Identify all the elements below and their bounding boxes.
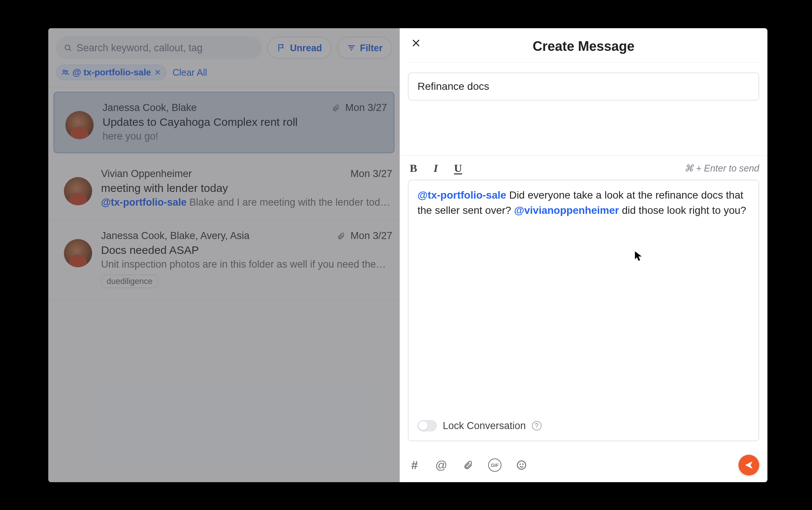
subject-field-wrap: Refinance docs	[400, 63, 767, 101]
flag-icon	[277, 43, 286, 53]
filter-chips-row: @ tx-portfolio-sale ✕ Clear All	[48, 65, 400, 87]
clear-all-button[interactable]: Clear All	[172, 67, 207, 78]
format-toolbar: B I U ⌘ + Enter to send	[400, 156, 767, 174]
message-date: Mon 3/27	[345, 102, 387, 114]
compose-footer: # @ GIF	[400, 449, 767, 482]
unread-label: Unread	[290, 43, 322, 53]
editor-wrap: @tx-portfolio-sale Did everyone take a l…	[400, 174, 767, 449]
compose-header: Create Message	[408, 28, 759, 63]
message-item[interactable]: Janessa Cook, Blake, Avery, Asia Mon 3/2…	[48, 220, 400, 300]
lock-label: Lock Conversation	[443, 419, 526, 433]
italic-button[interactable]: I	[430, 162, 441, 174]
message-senders: Vivian Oppenheimer	[101, 168, 192, 180]
message-date: Mon 3/27	[350, 230, 392, 242]
mention[interactable]: @vivianoppenheimer	[514, 205, 619, 216]
message-list[interactable]: Janessa Cook, Blake Mon 3/27 Updates to …	[48, 87, 400, 482]
send-shortcut-hint: ⌘ + Enter to send	[684, 163, 759, 174]
avatar	[64, 239, 92, 267]
close-icon	[411, 38, 421, 48]
send-button[interactable]	[738, 455, 759, 475]
chip-label: @ tx-portfolio-sale	[72, 67, 151, 78]
message-senders: Janessa Cook, Blake, Avery, Asia	[101, 230, 250, 242]
message-body: Vivian Oppenheimer Mon 3/27 meeting with…	[101, 168, 392, 208]
message-subject: Docs needed ASAP	[101, 244, 392, 256]
filter-chip[interactable]: @ tx-portfolio-sale ✕	[56, 65, 166, 80]
unread-button[interactable]: Unread	[267, 37, 332, 59]
svg-point-0	[65, 45, 70, 50]
message-editor[interactable]: @tx-portfolio-sale Did everyone take a l…	[408, 180, 759, 441]
avatar	[64, 177, 92, 205]
paperclip-icon	[463, 460, 473, 470]
underline-button[interactable]: U	[452, 162, 464, 174]
attachment-icon	[332, 104, 340, 112]
lock-conversation-row: Lock Conversation ?	[418, 419, 750, 433]
message-preview: here you go!	[103, 131, 387, 142]
hashtag-button[interactable]: #	[408, 458, 421, 472]
svg-point-11	[523, 464, 523, 465]
svg-line-1	[69, 49, 71, 51]
message-body: Janessa Cook, Blake Mon 3/27 Updates to …	[103, 102, 387, 142]
search-icon	[64, 44, 72, 52]
attachment-icon	[337, 232, 345, 240]
message-date: Mon 3/27	[350, 168, 392, 180]
app-window: Unread Filter @ tx-portfolio-sale ✕ Clea…	[48, 28, 767, 482]
filter-icon	[347, 43, 356, 53]
search-input[interactable]	[77, 42, 254, 54]
gif-button[interactable]: GIF	[488, 458, 501, 472]
send-icon	[744, 460, 754, 470]
message-body: Janessa Cook, Blake, Avery, Asia Mon 3/2…	[101, 230, 392, 288]
svg-point-6	[66, 71, 68, 72]
svg-point-10	[520, 464, 521, 465]
help-icon[interactable]: ?	[532, 421, 542, 431]
message-item[interactable]: Vivian Oppenheimer Mon 3/27 meeting with…	[48, 158, 400, 220]
body-text: did those look right to you?	[619, 205, 746, 216]
message-senders: Janessa Cook, Blake	[103, 102, 197, 114]
compose-title: Create Message	[408, 39, 759, 54]
message-preview: @tx-portfolio-sale Blake and I are meeti…	[101, 197, 392, 208]
footer-icon-row: # @ GIF	[408, 458, 528, 472]
compose-panel: Create Message Refinance docs B I U ⌘ + …	[400, 28, 767, 482]
search-bar-row: Unread Filter	[48, 28, 400, 65]
tag-pill[interactable]: duediligence	[101, 275, 158, 288]
avatar	[65, 111, 94, 139]
filter-label: Filter	[360, 43, 383, 53]
close-button[interactable]	[408, 35, 424, 51]
attachment-button[interactable]	[461, 458, 475, 472]
filter-button[interactable]: Filter	[337, 37, 392, 59]
tag-row: duediligence	[101, 275, 392, 288]
message-list-panel: Unread Filter @ tx-portfolio-sale ✕ Clea…	[48, 28, 400, 482]
people-icon	[61, 68, 69, 76]
mention-button[interactable]: @	[435, 458, 448, 472]
message-item[interactable]: Janessa Cook, Blake Mon 3/27 Updates to …	[53, 92, 394, 153]
message-subject: Updates to Cayahoga Complex rent roll	[103, 116, 387, 128]
preview-text: Blake and I are meeting with the lender …	[189, 197, 392, 208]
chip-remove-icon[interactable]: ✕	[154, 68, 162, 77]
lock-toggle[interactable]	[418, 420, 437, 431]
bold-button[interactable]: B	[408, 162, 419, 174]
emoji-button[interactable]	[515, 458, 528, 472]
mention: @tx-portfolio-sale	[101, 197, 186, 208]
svg-point-9	[517, 461, 526, 470]
mention[interactable]: @tx-portfolio-sale	[418, 189, 506, 201]
message-subject: meeting with lender today	[101, 182, 392, 194]
search-input-wrap[interactable]	[56, 36, 262, 59]
editor-content[interactable]: @tx-portfolio-sale Did everyone take a l…	[418, 188, 750, 416]
subject-input[interactable]: Refinance docs	[408, 72, 759, 101]
message-preview: Unit inspection photos are in this folde…	[101, 259, 392, 270]
svg-point-5	[63, 70, 65, 72]
smile-icon	[516, 460, 527, 471]
